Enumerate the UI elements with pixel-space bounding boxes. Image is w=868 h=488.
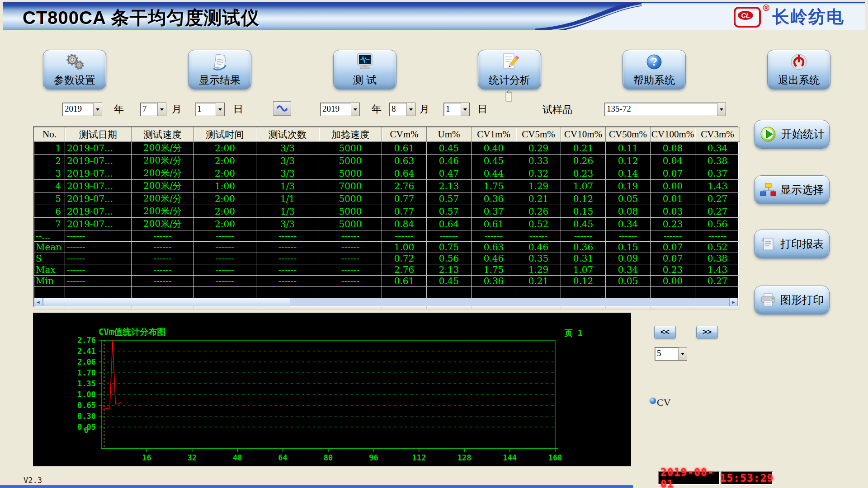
column-header: Um% [427,127,472,142]
column-header: CV3m% [695,127,740,142]
dropdown-arrow-icon[interactable] [678,347,687,360]
from-month-select[interactable]: 7 [140,103,166,116]
table-row[interactable]: 42019-07...200米/分1:001/370002.762.131.75… [34,180,740,192]
cv-label: CV [657,397,671,408]
from-month-label: 月 [172,103,182,116]
dropdown-arrow-icon[interactable] [93,103,102,116]
table-row[interactable]: 72019-07...200米/分2:003/350000.840.640.61… [34,218,740,230]
table-row[interactable] [34,287,740,298]
registered-mark: ® [763,3,769,13]
sample-select[interactable]: 135-72 [604,103,726,116]
chart-tick-label: 64 [278,453,287,462]
column-header: CV50m% [606,127,651,142]
start-statistics-button[interactable]: 开始统计 [754,120,830,149]
column-header: 测试速度 [132,127,194,142]
dropdown-arrow-icon[interactable] [157,103,166,116]
column-header: 测试次数 [256,127,319,142]
dropdown-arrow-icon[interactable] [216,103,224,116]
report-scroll-icon [760,236,776,252]
statistics-analysis-button[interactable]: 统计分析 [478,50,541,89]
scroll-track[interactable] [42,298,729,306]
from-day-select[interactable]: 1 [195,103,225,116]
sample-label: 试样品 [542,103,572,117]
column-header: 加捻速度 [319,127,382,142]
help-question-icon: ? [645,52,664,71]
chart-tick-label: 80 [324,453,333,462]
cv-globe-icon [650,398,656,404]
from-year-label: 年 [114,103,124,116]
prev-page-button[interactable]: << [654,326,676,338]
brand-emblem-icon: CL [734,7,761,28]
dropdown-arrow-icon[interactable] [461,103,469,116]
results-table: No.测试日期测试速度测试时间测试次数加捻速度CVm%Um%CV1m%CV5m%… [34,127,740,310]
brand-logo: CL ® 长岭纺电 [734,5,844,28]
dropdown-arrow-icon[interactable] [351,103,359,116]
chart-tick-label: 0.65 [77,401,96,410]
show-results-button[interactable]: 显示结果 [188,50,251,89]
column-header: CV100m% [651,127,695,142]
table-row[interactable]: 22019-07...200米/分2:003/350000.630.460.45… [34,155,740,167]
led-time-display: 15:53:29 [721,471,773,485]
table-row[interactable]: Max------------------------------2.762.1… [34,264,740,276]
print-graphics-button[interactable]: 图形打印 [754,286,830,314]
column-header: No. [34,127,65,142]
to-month-select[interactable]: 8 [389,103,415,116]
chart-tick-label: 1.00 [77,390,96,399]
help-system-button[interactable]: ? 帮助系统 [623,50,686,89]
test-button[interactable]: 测 试 [333,50,396,89]
chart-tick-label: 0 [84,426,89,435]
monitor-waveform-icon [354,52,375,71]
chart-title: CVm值统计分布图 [99,326,165,338]
column-header: CVm% [382,127,427,142]
date-range-wave-button[interactable] [273,101,291,116]
chart-tick-label: 0.30 [77,412,96,421]
from-year-select[interactable]: 2019 [62,103,102,116]
table-row[interactable]: Min------------------------------0.610.4… [34,276,740,287]
table-row[interactable]: Mean------------------------------1.000.… [34,242,740,253]
table-row[interactable]: 52019-07...200米/分2:001/150000.770.570.36… [34,192,740,205]
chart-tick-label: 96 [369,453,378,462]
chart-tick-label: 32 [188,453,197,462]
chart-tick-label: 144 [503,453,517,462]
from-day-label: 日 [233,103,243,116]
print-report-button[interactable]: 打印报表 [754,230,830,258]
to-day-select[interactable]: 1 [443,103,470,116]
to-month-label: 月 [420,103,429,116]
org-chart-icon [760,183,776,197]
exit-system-button[interactable]: 退出系统 [767,50,830,89]
params-settings-button[interactable]: 参数设置 [43,50,106,89]
chart-tick-label: 128 [458,453,472,462]
scroll-right-button[interactable]: ► [729,298,738,306]
clipboard-icon[interactable] [505,90,513,104]
cv-option[interactable]: CV [650,397,671,408]
title-bar: CT800CA 条干均匀度测试仪 CL ® 长岭纺电 [3,2,865,30]
display-selection-button[interactable]: 显示选择 [754,175,830,204]
table-row[interactable]: 12019-07...200米/分2:003/350000.610.450.40… [34,142,740,155]
page-size-select[interactable]: 5 [655,347,687,361]
column-header: CV10m% [561,127,606,142]
column-header: CV1m% [472,127,516,142]
table-h-scrollbar[interactable]: ◄ ► [34,298,738,306]
dropdown-arrow-icon[interactable] [406,103,415,116]
table-row[interactable]: --...-----------------------------------… [34,230,740,242]
table-row[interactable]: S------------------------------0.720.560… [34,253,740,264]
brand-name: 长岭纺电 [772,5,844,28]
chart-tick-label: 112 [412,453,426,462]
chart-tick-label: 160 [548,453,562,462]
chart-tick-label: 2.41 [77,347,96,356]
svg-text:?: ? [651,56,657,68]
dropdown-arrow-icon[interactable] [717,103,726,116]
to-year-select[interactable]: 2019 [320,103,360,116]
table-row[interactable]: 62019-07...200米/分2:001/350000.770.570.37… [34,205,740,218]
next-page-button[interactable]: >> [696,326,718,338]
column-header: 测试日期 [65,127,132,142]
results-table-header-row: No.测试日期测试速度测试时间测试次数加捻速度CVm%Um%CV1m%CV5m%… [34,127,740,142]
scroll-left-button[interactable]: ◄ [34,298,42,306]
chart-tick-label: 48 [233,453,242,462]
chart-page-label: 页 1 [565,328,583,338]
power-icon [789,52,808,71]
scroll-thumb[interactable] [43,298,290,306]
wave-icon [275,103,289,113]
column-header: CV5m% [516,127,561,142]
table-row[interactable]: 32019-07...200米/分2:003/350000.640.470.44… [34,167,740,180]
